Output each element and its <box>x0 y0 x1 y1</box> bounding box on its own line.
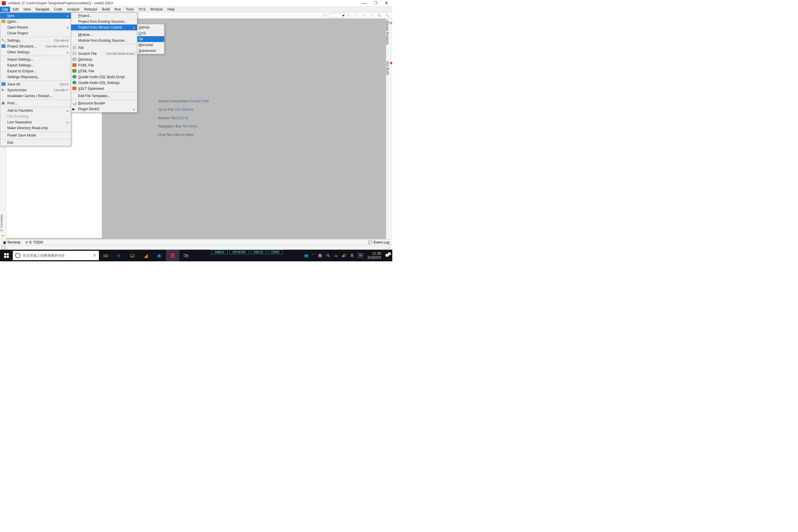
mi-new-module-existing[interactable]: Module from Existing Sources... <box>71 38 137 43</box>
taskbar-search[interactable]: 在这里输入你要搜索的内容 🎙 <box>13 251 99 260</box>
menu-analyze[interactable]: Analyze <box>65 7 82 12</box>
wrench-icon: 🔧 <box>1 38 6 43</box>
mi-import-settings[interactable]: Import Settings... <box>0 57 71 62</box>
tb-edge[interactable]: e <box>112 250 126 261</box>
run-config-combo[interactable]: ▾ <box>330 13 344 18</box>
tb-intellij[interactable] <box>166 250 179 261</box>
stop-icon[interactable]: ■ <box>370 13 375 18</box>
task-view-button[interactable]: ▭ <box>99 250 112 261</box>
mi-new[interactable]: New▸ <box>0 13 71 19</box>
tool-ant[interactable]: ✱Ant Build <box>385 61 392 75</box>
status-indicator-icon[interactable] <box>2 246 5 249</box>
plugin-icon: ▶ <box>72 107 77 111</box>
mi-new-project-vcs[interactable]: Project from Version Control▸ <box>71 24 137 30</box>
menu-refactor[interactable]: Refactor <box>82 7 100 12</box>
tool-todo[interactable]: ✔ 6: TODO <box>25 240 43 244</box>
menu-edit[interactable]: Edit <box>10 7 21 12</box>
mi-settings-repo[interactable]: Settings Repository... <box>0 74 71 80</box>
mi-new-html[interactable]: HTML File <box>71 68 137 74</box>
tb-store[interactable]: 🛍 <box>179 250 193 261</box>
menu-run[interactable]: Run <box>112 7 124 12</box>
mi-other-settings[interactable]: Other Settings▸ <box>0 49 71 55</box>
start-button[interactable] <box>0 253 13 258</box>
mi-line-separators[interactable]: Line Separators▸ <box>0 119 71 125</box>
mi-vcs-github[interactable]: GitHub <box>137 24 164 30</box>
run-icon[interactable]: ▶ <box>347 13 352 18</box>
mi-edit-templates[interactable]: Edit File Templates... <box>71 93 137 99</box>
mi-new-directory[interactable]: Directory <box>71 57 137 62</box>
ime-lang[interactable]: 英 <box>350 253 354 258</box>
debug-icon[interactable]: ❋ <box>355 13 360 18</box>
mi-print[interactable]: 🖶Print... <box>0 100 71 106</box>
tool-favorites[interactable]: 2: Favorites <box>0 214 3 231</box>
mi-new-project[interactable]: Project... <box>71 13 137 19</box>
maximize-button[interactable]: ❐ <box>374 1 377 5</box>
mi-export-eclipse[interactable]: Export to Eclipse... <box>0 68 71 74</box>
mi-make-readonly[interactable]: Make Directory Read-only <box>0 125 71 131</box>
menu-tools[interactable]: Tools <box>124 7 136 12</box>
mi-new-project-existing[interactable]: Project from Existing Sources... <box>71 19 137 24</box>
tab-table[interactable]: TABLE <box>211 250 228 254</box>
menu-build[interactable]: Build <box>100 7 112 12</box>
mi-new-module[interactable]: Module... <box>71 32 137 38</box>
mi-new-gradle-settings[interactable]: Gradle Kotlin DSL Settings <box>71 80 137 86</box>
tb-explorer[interactable]: 🗂 <box>126 250 139 261</box>
mi-export-settings[interactable]: Export Settings... <box>0 62 71 68</box>
mi-power-save[interactable]: Power Save Mode <box>0 132 71 138</box>
mi-new-scratch[interactable]: Scratch FileCtrl+Alt+Shift+Insert <box>71 51 137 57</box>
close-button[interactable]: ✕ <box>384 0 388 6</box>
mi-vcs-git[interactable]: Git <box>137 36 164 42</box>
volume-icon[interactable]: 🔊 <box>342 253 346 258</box>
tb-matlab[interactable]: ◢ <box>139 250 153 261</box>
tab-sphere[interactable]: SPHERE <box>229 250 249 254</box>
tool-terminal[interactable]: ▣ Terminal <box>3 240 20 244</box>
action-center-icon[interactable]: 💬3 <box>385 253 390 258</box>
minimize-button[interactable]: — <box>362 0 367 6</box>
mic-icon[interactable]: 🎙 <box>93 253 97 258</box>
wifi-icon[interactable]: ⚍ <box>335 253 338 258</box>
menu-vcs[interactable]: VCS <box>136 7 148 12</box>
tray-expand-icon[interactable]: ˄ <box>312 253 314 258</box>
tab-grid[interactable]: GRID <box>268 250 283 254</box>
mi-new-xslt[interactable]: XSLT Stylesheet <box>71 86 137 92</box>
tab-helix[interactable]: HELIX <box>251 250 267 254</box>
people-icon[interactable]: 👥 <box>304 253 308 258</box>
mi-close-project[interactable]: Close Project <box>0 30 71 36</box>
search-icon[interactable]: 🔍 <box>385 13 390 18</box>
coverage-icon[interactable]: ▶ <box>363 13 367 18</box>
onenote-icon[interactable]: N <box>318 254 322 258</box>
menu-window[interactable]: Window <box>148 7 165 12</box>
mi-project-structure[interactable]: Project Structure...Ctrl+Alt+Shift+S <box>0 43 71 49</box>
gc-indicator-icon[interactable]: ⎍ <box>388 246 391 249</box>
mi-vcs-subversion[interactable]: Subversion <box>137 48 164 54</box>
mi-settings[interactable]: 🔧Settings...Ctrl+Alt+S <box>0 38 71 43</box>
mi-open[interactable]: Open... <box>0 19 71 24</box>
menu-code[interactable]: Code <box>52 7 65 12</box>
power-icon[interactable]: 🔌 <box>326 253 330 258</box>
mi-save-all[interactable]: Save AllCtrl+S <box>0 81 71 87</box>
tb-app1[interactable]: ◉ <box>153 250 166 261</box>
mi-synchronize[interactable]: ↻SynchronizeCtrl+Alt+Y <box>0 87 71 93</box>
mi-new-file[interactable]: File <box>71 45 137 51</box>
menu-file[interactable]: File <box>0 7 10 12</box>
ime-mode[interactable]: M <box>358 253 363 258</box>
menu-view[interactable]: View <box>21 7 33 12</box>
menu-help[interactable]: Help <box>165 7 177 12</box>
mi-open-recent[interactable]: Open Recent▸ <box>0 24 71 30</box>
build-icon[interactable]: ⇣01 <box>322 13 327 18</box>
mi-invalidate[interactable]: Invalidate Caches / Restart... <box>0 93 71 99</box>
tool-maven[interactable]: mMaven Projects <box>385 20 392 45</box>
mi-add-favorites[interactable]: Add to Favorites▸ <box>0 108 71 113</box>
mi-vcs-cvs[interactable]: CVS <box>137 30 164 36</box>
menu-navigate[interactable]: Navigate <box>33 7 52 12</box>
tray-clock[interactable]: 11:39 2018/3/3 <box>367 251 381 260</box>
mi-resource-bundle[interactable]: 📊Resource Bundle <box>71 100 137 106</box>
mi-plugin-devkit[interactable]: ▶Plugin DevKit▸ <box>71 106 137 112</box>
tool-event-log[interactable]: 💬 Event Log <box>368 240 390 244</box>
structure-icon[interactable]: ▦ <box>378 13 382 18</box>
mi-exit[interactable]: Exit <box>0 140 71 146</box>
scratch-icon <box>72 52 77 56</box>
mi-vcs-mercurial[interactable]: Mercurial <box>137 42 164 48</box>
mi-new-fxml[interactable]: FXML File <box>71 62 137 68</box>
mi-new-gradle-build[interactable]: Gradle Kotlin DSL Build Script <box>71 74 137 80</box>
